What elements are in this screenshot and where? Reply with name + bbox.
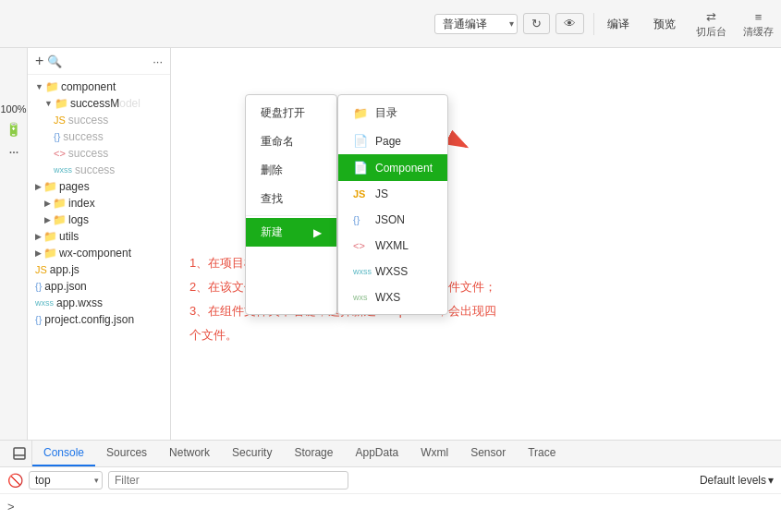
json-file-icon: {} <box>54 131 60 142</box>
tab-sources[interactable]: Sources <box>95 441 158 466</box>
filter-input[interactable] <box>108 471 348 490</box>
bottom-tabs: Console Sources Network Security Storage… <box>0 441 781 467</box>
newbuild-label: 新建 <box>261 224 283 240</box>
submenu-item-label: WXS <box>375 291 400 304</box>
no-entry-icon[interactable]: 🚫 <box>7 473 23 488</box>
submenu-item-label: Page <box>375 135 401 148</box>
context-menu-rename[interactable]: 重命名 <box>246 127 336 156</box>
tree-item-app-js[interactable]: JS app.js <box>28 261 170 278</box>
bottom-toolbar: 🚫 top ▾ Default levels ▾ <box>0 467 781 494</box>
tab-network[interactable]: Network <box>158 441 221 466</box>
sidebar: + 🔍 ··· ▼ 📁 component ▼ 📁 successModel J… <box>28 48 171 440</box>
submenu-item-component[interactable]: 📄 Component <box>338 154 447 181</box>
tab-sensor[interactable]: Sensor <box>459 441 517 466</box>
annotation-line4: 个文件。 <box>189 323 496 347</box>
submenu-item-directory[interactable]: 📁 目录 <box>338 99 447 127</box>
tree-item-success-wxml[interactable]: <> success <box>28 145 170 162</box>
tree-item-success-json[interactable]: {} success <box>28 128 170 145</box>
battery-icon: 🔋 <box>6 122 21 137</box>
preview-button[interactable]: 预览 <box>650 15 679 34</box>
tab-security[interactable]: Security <box>221 441 283 466</box>
tree-item-label: wx-component <box>59 247 131 260</box>
tree-item-component[interactable]: ▼ 📁 component <box>28 79 170 95</box>
json-file-icon: {} <box>35 314 42 325</box>
context-menu-delete[interactable]: 删除 <box>246 156 336 185</box>
caret-icon: ▶ <box>44 199 51 208</box>
top-toolbar: 普通编译自定义编译 ▾ ↻ 👁 编译 预览 ⇄ 切后台 ≡ 清缓存 <box>0 0 781 48</box>
tree-item-app-json[interactable]: {} app.json <box>28 278 170 295</box>
sidebar-more-button[interactable]: ··· <box>153 54 163 68</box>
bottom-panel: Console Sources Network Security Storage… <box>0 440 781 532</box>
caret-icon: ▶ <box>35 232 42 241</box>
tree-item-app-wxss[interactable]: wxss app.wxss <box>28 295 170 311</box>
more-dots[interactable]: ··· <box>8 144 18 161</box>
newbuild-arrow-icon: ▶ <box>313 226 322 239</box>
main-area: 100% 🔋 ··· + 🔍 ··· ▼ 📁 component ▼ 📁 suc… <box>0 48 781 440</box>
context-menu-overlay: 硬盘打开 重命名 删除 查找 新建 ▶ 📁 目录 📄 <box>245 94 448 315</box>
submenu-item-wxs[interactable]: wxs WXS <box>338 284 447 310</box>
tree-item-label: project.config.json <box>44 313 134 326</box>
submenu: 📁 目录 📄 Page 📄 Component JS JS <box>337 94 448 315</box>
sidebar-search-button[interactable]: 🔍 <box>47 54 62 68</box>
sidebar-toolbar: + 🔍 ··· <box>28 48 170 75</box>
clear-store-icon-button[interactable]: ≡ <box>753 10 764 24</box>
js-icon: JS <box>353 188 368 200</box>
tab-appdata[interactable]: AppData <box>344 441 409 466</box>
sidebar-add-button[interactable]: + <box>35 54 43 68</box>
prompt-symbol: > <box>7 500 15 514</box>
switch-backend-icon-button[interactable]: ⇄ <box>704 10 718 24</box>
folder-icon: 📁 <box>43 180 57 193</box>
tree-item-success-wxss[interactable]: wxss success <box>28 162 170 178</box>
caret-icon: ▼ <box>35 82 43 91</box>
tree-item-successmodel[interactable]: ▼ 📁 successModel <box>28 95 170 112</box>
context-menu-newbuild[interactable]: 新建 ▶ <box>246 218 336 247</box>
tree-item-wx-component[interactable]: ▶ 📁 wx-component <box>28 245 170 261</box>
js-file-icon: JS <box>54 115 66 126</box>
refresh-button[interactable]: ↻ <box>523 13 550 34</box>
caret-icon: ▶ <box>44 215 51 224</box>
folder-icon: 📁 <box>43 230 57 243</box>
tab-wxml[interactable]: Wxml <box>409 441 459 466</box>
submenu-item-page[interactable]: 📄 Page <box>338 127 447 154</box>
top-select[interactable]: top <box>29 471 103 490</box>
zoom-label: 100% <box>0 103 26 115</box>
tree-item-label: app.json <box>44 280 86 293</box>
tree-item-logs[interactable]: ▶ 📁 logs <box>28 212 170 228</box>
caret-icon: ▶ <box>35 182 42 191</box>
context-menu-disk-open[interactable]: 硬盘打开 <box>246 99 336 127</box>
caret-icon: ▶ <box>35 248 42 258</box>
bottom-panel-icon[interactable] <box>7 441 32 466</box>
tree-item-project-config[interactable]: {} project.config.json <box>28 311 170 328</box>
compile-button[interactable]: 编译 <box>604 15 633 34</box>
tree-item-index[interactable]: ▶ 📁 index <box>28 195 170 212</box>
tree-item-success-js[interactable]: JS success <box>28 112 170 128</box>
wxss-file-icon: wxss <box>54 165 72 175</box>
directory-icon: 📁 <box>353 106 368 120</box>
tree-item-label: success <box>75 163 115 176</box>
panel-toggle-icon <box>13 447 26 460</box>
tab-console[interactable]: Console <box>32 441 95 466</box>
context-menu: 硬盘打开 重命名 删除 查找 新建 ▶ <box>245 94 337 315</box>
compile-mode-select[interactable]: 普通编译自定义编译 <box>434 14 518 34</box>
caret-icon: ▼ <box>44 99 53 108</box>
toolbar-actions: 编译 预览 ⇄ 切后台 ≡ 清缓存 <box>604 8 774 39</box>
default-levels-wrap: Default levels ▾ <box>700 474 774 487</box>
tree-item-utils[interactable]: ▶ 📁 utils <box>28 228 170 245</box>
wxs-icon: wxs <box>353 293 368 302</box>
tree-item-pages[interactable]: ▶ 📁 pages <box>28 178 170 195</box>
json-file-icon: {} <box>35 281 42 292</box>
folder-icon: 📁 <box>53 197 67 210</box>
submenu-item-wxss[interactable]: wxss WXSS <box>338 259 447 284</box>
svg-rect-1 <box>14 448 25 459</box>
context-menu-find[interactable]: 查找 <box>246 185 336 213</box>
tab-storage[interactable]: Storage <box>283 441 344 466</box>
submenu-item-json[interactable]: {} JSON <box>338 207 447 233</box>
submenu-item-js[interactable]: JS JS <box>338 181 447 207</box>
submenu-item-wxml[interactable]: <> WXML <box>338 233 447 259</box>
tab-trace[interactable]: Trace <box>517 441 567 466</box>
tree-item-label: success <box>68 114 108 127</box>
tree-item-label: app.wxss <box>56 296 103 309</box>
wxss-icon: wxss <box>353 267 368 276</box>
preview-device-button[interactable]: 👁 <box>555 13 584 34</box>
default-levels-button[interactable]: Default levels ▾ <box>700 474 774 487</box>
